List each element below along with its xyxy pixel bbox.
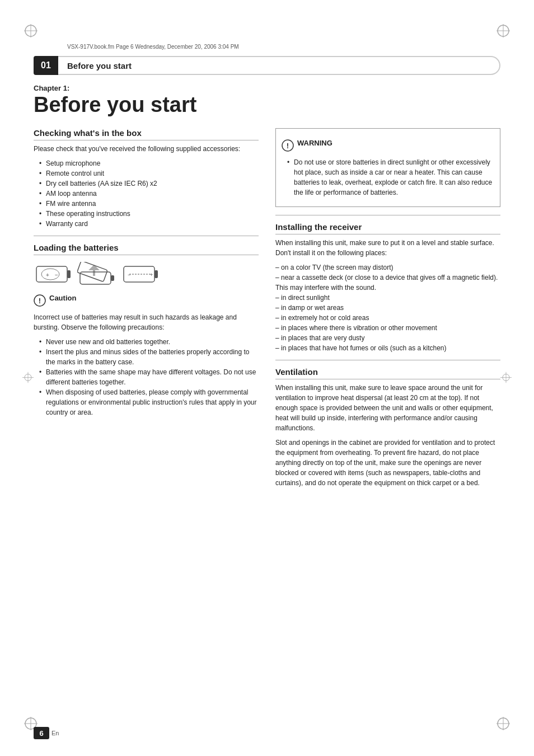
list-item: – in direct sunlight	[275, 293, 500, 303]
divider-2	[275, 215, 500, 215]
chapter-number: 01	[34, 56, 58, 75]
right-column: ! WARNING Do not use or store batteries …	[275, 128, 500, 492]
installing-receiver-list: – on a color TV (the screen may distort)…	[275, 262, 500, 353]
list-item: Insert the plus and minus sides of the b…	[39, 347, 259, 367]
corner-reg-tr	[495, 22, 512, 39]
list-item: Dry cell batteries (AA size IEC R6) x2	[39, 179, 259, 189]
svg-text:−: −	[55, 272, 58, 278]
main-content: Chapter 1: Before you start Checking wha…	[34, 84, 500, 711]
file-info: VSX-917V.book.fm Page 6 Wednesday, Decem…	[67, 44, 239, 50]
caution-label: Caution	[49, 294, 76, 302]
svg-rect-25	[111, 275, 114, 281]
warning-header: ! WARNING	[282, 139, 494, 152]
installing-receiver-section: Installing the receiver When installing …	[275, 222, 500, 353]
list-item: AM loop antenna	[39, 189, 259, 199]
list-item: When disposing of used batteries, please…	[39, 387, 259, 417]
caution-icon: !	[34, 294, 46, 307]
divider	[34, 236, 259, 236]
caution-intro: Incorrect use of batteries may result in…	[34, 312, 259, 332]
warning-section: ! WARNING Do not use or store batteries …	[275, 128, 500, 207]
chapter-nav-title: Before you start	[58, 56, 500, 75]
warning-label: WARNING	[297, 139, 332, 147]
corner-reg-br	[495, 715, 512, 732]
ventilation-section: Ventilation When installing this unit, m…	[275, 367, 500, 488]
caution-header: ! Caution	[34, 294, 259, 307]
installing-receiver-intro: When installing this unit, make sure to …	[275, 238, 500, 258]
accessories-list: Setup microphone Remote control unit Dry…	[34, 158, 259, 229]
svg-text:+: +	[150, 272, 153, 278]
caution-list: Never use new and old batteries together…	[34, 337, 259, 417]
list-item: Remote control unit	[39, 168, 259, 179]
battery-image-3: − +	[121, 262, 160, 287]
divider-3	[275, 360, 500, 360]
svg-text:+: +	[46, 272, 49, 278]
page-footer: 6 En	[34, 727, 59, 739]
list-item: – in places that have hot fumes or oils …	[275, 343, 500, 353]
crosshair-right	[500, 372, 512, 383]
svg-text:!: !	[39, 297, 41, 305]
checking-box-heading: Checking what's in the box	[34, 128, 259, 140]
list-item: – in places that are very dusty	[275, 333, 500, 343]
list-item: – in extremely hot or cold areas	[275, 313, 500, 323]
loading-batteries-heading: Loading the batteries	[34, 243, 259, 255]
two-column-layout: Checking what's in the box Please check …	[34, 128, 500, 492]
warning-icon: !	[282, 139, 294, 152]
corner-reg-tl	[22, 22, 39, 39]
list-item: Do not use or store batteries in direct …	[287, 157, 494, 198]
list-item: These operating instructions	[39, 209, 259, 219]
list-item: – in damp or wet areas	[275, 303, 500, 313]
list-item: Setup microphone	[39, 158, 259, 168]
ventilation-heading: Ventilation	[275, 367, 500, 379]
ventilation-para1: When installing this unit, make sure to …	[275, 383, 500, 433]
chapter-main-title: Before you start	[34, 93, 500, 117]
list-item: – near a cassette deck (or close to a de…	[275, 273, 500, 293]
svg-text:−: −	[128, 272, 130, 278]
battery-image-1: + −	[34, 262, 73, 287]
list-item: FM wire antenna	[39, 199, 259, 209]
warning-list: Do not use or store batteries in direct …	[282, 157, 494, 198]
svg-text:!: !	[287, 142, 289, 150]
svg-rect-27	[154, 270, 158, 278]
page-number: 6	[34, 727, 49, 739]
chapter-label: Chapter 1:	[34, 84, 500, 92]
list-item: Never use new and old batteries together…	[39, 337, 259, 347]
ventilation-para2: Slot and openings in the cabinet are pro…	[275, 438, 500, 488]
chapter-heading: Chapter 1: Before you start	[34, 84, 500, 117]
checking-box-intro: Please check that you've received the fo…	[34, 144, 259, 154]
chapter-nav-bar: 01 Before you start	[34, 56, 500, 75]
list-item: Batteries with the same shape may have d…	[39, 367, 259, 387]
checking-box-section: Checking what's in the box Please check …	[34, 128, 259, 229]
list-item: – in places where there is vibration or …	[275, 323, 500, 333]
battery-illustrations: + − − +	[34, 262, 259, 287]
list-item: – on a color TV (the screen may distort)	[275, 262, 500, 273]
installing-receiver-heading: Installing the receiver	[275, 222, 500, 234]
page-lang: En	[51, 730, 59, 736]
battery-image-2	[77, 262, 116, 287]
list-item: Warranty card	[39, 219, 259, 229]
caution-section: ! Caution Incorrect use of batteries may…	[34, 294, 259, 417]
left-column: Checking what's in the box Please check …	[34, 128, 259, 492]
svg-rect-19	[67, 270, 71, 278]
crosshair-left	[22, 372, 34, 383]
loading-batteries-section: Loading the batteries + −	[34, 243, 259, 287]
